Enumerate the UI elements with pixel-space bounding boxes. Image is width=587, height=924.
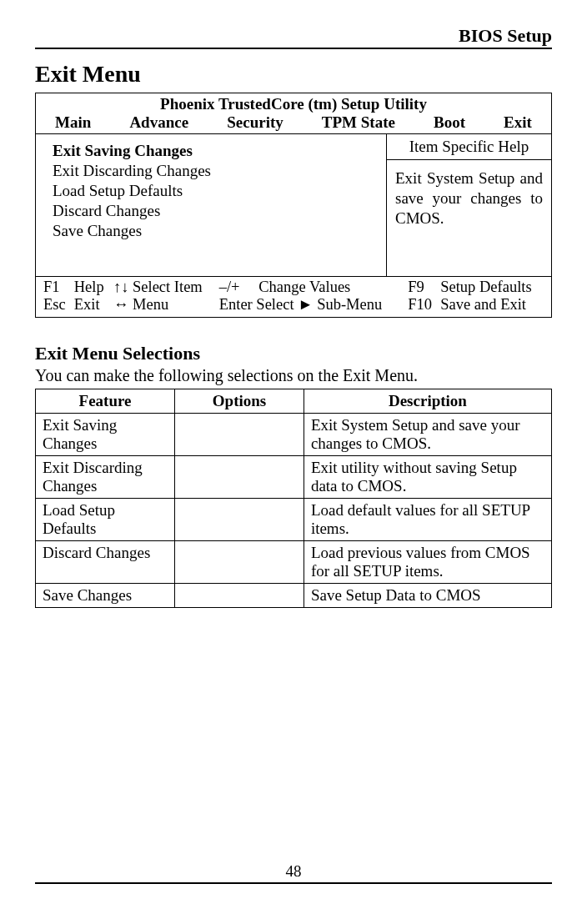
cell-feature: Save Changes [36,584,175,608]
key-f9: F9 [405,279,438,296]
bios-menu-list: Exit Saving Changes Exit Discarding Chan… [36,134,386,276]
key-f10-label: Save and Exit [438,296,546,314]
cell-feature: Exit Saving Changes [36,414,175,456]
bios-item-save-changes[interactable]: Save Changes [53,221,378,241]
col-header-options: Options [175,389,304,414]
bios-help-panel: Item Specific Help Exit System Setup and… [386,134,551,276]
key-plusminus-label: Change Values [256,279,405,296]
bios-help-title: Item Specific Help [387,134,551,160]
cell-feature: Load Setup Defaults [36,499,175,541]
cell-options [175,414,304,456]
bios-panel: Phoenix TrustedCore (tm) Setup Utility M… [35,93,552,318]
cell-desc: Load previous values from CMOS for all S… [304,541,551,584]
bios-key-legend: F1 Help ↑↓ Select Item –/+ Change Values… [36,276,551,317]
bios-item-discard-changes[interactable]: Discard Changes [53,201,378,221]
cell-desc: Save Setup Data to CMOS [304,584,551,608]
key-esc: Esc [41,296,72,314]
bios-tab-bar: Main Advance Security TPM State Boot Exi… [36,113,551,134]
col-header-description: Description [304,389,551,414]
page-number: 48 [35,862,552,882]
cell-options [175,456,304,499]
table-row: Load Setup Defaults Load default values … [36,499,552,541]
table-row: Save Changes Save Setup Data to CMOS [36,584,552,608]
key-f1-label: Help [72,279,111,296]
bios-tab-exit[interactable]: Exit [500,113,535,132]
key-f1: F1 [41,279,72,296]
footer-rule [35,882,552,884]
cell-options [175,584,304,608]
cell-desc: Exit utility without saving Setup data t… [304,456,551,499]
bios-tab-security[interactable]: Security [223,113,287,132]
bios-tab-tpm-state[interactable]: TPM State [319,113,399,132]
table-row: Exit Saving Changes Exit System Setup an… [36,414,552,456]
bios-utility-title: Phoenix TrustedCore (tm) Setup Utility [36,93,551,113]
heading-exit-menu: Exit Menu [35,61,552,88]
key-enter: Enter Select ► Sub-Menu [217,296,405,314]
key-plusminus: –/+ [217,279,257,296]
bios-help-text: Exit System Setup and save your changes … [387,160,551,276]
intro-text: You can make the following selections on… [35,366,552,385]
cell-options [175,541,304,584]
bios-tab-main[interactable]: Main [52,113,94,132]
cell-feature: Discard Changes [36,541,175,584]
bios-item-exit-discarding-changes[interactable]: Exit Discarding Changes [53,161,378,181]
bios-tab-boot[interactable]: Boot [430,113,469,132]
selections-table: Feature Options Description Exit Saving … [35,389,552,608]
page-header: BIOS Setup [35,25,552,49]
heading-exit-menu-selections: Exit Menu Selections [35,343,552,364]
key-esc-label: Exit [72,296,111,314]
table-row: Exit Discarding Changes Exit utility wit… [36,456,552,499]
cell-feature: Exit Discarding Changes [36,456,175,499]
bios-tab-advance[interactable]: Advance [126,113,192,132]
key-leftright: ↔ Menu [111,296,217,314]
key-f10: F10 [405,296,438,314]
bios-item-exit-saving-changes[interactable]: Exit Saving Changes [53,141,378,161]
cell-options [175,499,304,541]
key-f9-label: Setup Defaults [438,279,546,296]
bios-item-load-setup-defaults[interactable]: Load Setup Defaults [53,181,378,201]
cell-desc: Load default values for all SETUP items. [304,499,551,541]
table-row: Discard Changes Load previous values fro… [36,541,552,584]
col-header-feature: Feature [36,389,175,414]
table-header-row: Feature Options Description [36,389,552,414]
cell-desc: Exit System Setup and save your changes … [304,414,551,456]
key-updown: ↑↓ Select Item [111,279,217,296]
